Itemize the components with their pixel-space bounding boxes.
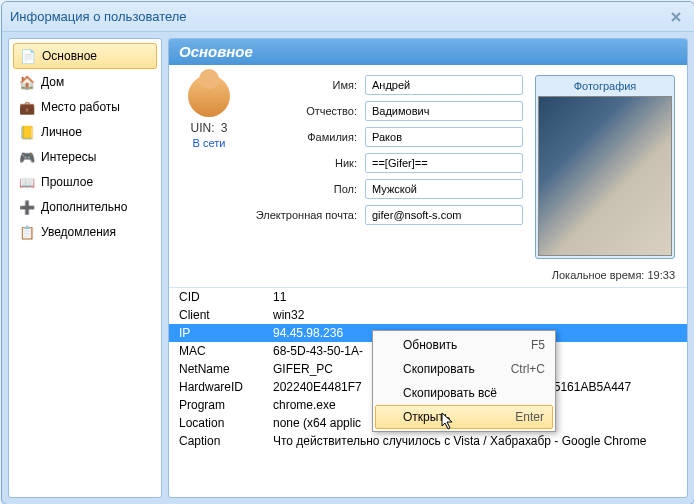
fields-column: Имя: Отчество: Фамилия: Ник: Пол: Электр… <box>249 75 523 259</box>
sidebar-item-work[interactable]: 💼Место работы <box>13 95 157 119</box>
context-menu-copy-all[interactable]: Скопировать всё <box>375 381 553 405</box>
sidebar-item-label: Дом <box>41 75 64 89</box>
close-icon <box>670 11 682 23</box>
sidebar-item-notifications[interactable]: 📋Уведомления <box>13 220 157 244</box>
sidebar-item-home[interactable]: 🏠Дом <box>13 70 157 94</box>
context-menu-open[interactable]: ОткрытьEnter <box>375 405 553 429</box>
sidebar-item-label: Интересы <box>41 150 96 164</box>
window: Информация о пользователе 📄Основное 🏠Дом… <box>1 1 694 504</box>
sidebar: 📄Основное 🏠Дом 💼Место работы 📒Личное 🎮Ин… <box>8 38 162 498</box>
book-icon: 📖 <box>19 174 35 190</box>
home-icon: 🏠 <box>19 74 35 90</box>
photo-image <box>538 96 672 256</box>
photo-title: Фотография <box>538 78 672 96</box>
patronymic-label: Отчество: <box>249 105 365 117</box>
gender-label: Пол: <box>249 183 365 195</box>
nick-field[interactable] <box>365 153 523 173</box>
name-field[interactable] <box>365 75 523 95</box>
notebook-icon: 📒 <box>19 124 35 140</box>
sidebar-item-label: Прошлое <box>41 175 93 189</box>
table-row: CID11 <box>169 288 687 306</box>
surname-field[interactable] <box>365 127 523 147</box>
sidebar-item-main[interactable]: 📄Основное <box>13 43 157 69</box>
titlebar: Информация о пользователе <box>2 2 694 32</box>
context-menu-refresh[interactable]: ОбновитьF5 <box>375 333 553 357</box>
sidebar-item-label: Место работы <box>41 100 120 114</box>
briefcase-icon: 💼 <box>19 99 35 115</box>
info-area: UIN: 3 В сети Имя: Отчество: Фамилия: Ни… <box>169 65 687 265</box>
plus-icon: ➕ <box>19 199 35 215</box>
sidebar-item-label: Основное <box>42 49 97 63</box>
sidebar-item-personal[interactable]: 📒Личное <box>13 120 157 144</box>
patronymic-field[interactable] <box>365 101 523 121</box>
sidebar-item-label: Уведомления <box>41 225 116 239</box>
name-label: Имя: <box>249 79 365 91</box>
context-menu-copy[interactable]: СкопироватьCtrl+C <box>375 357 553 381</box>
window-title: Информация о пользователе <box>10 9 666 24</box>
status-text: В сети <box>181 137 237 149</box>
clipboard-icon: 📋 <box>19 224 35 240</box>
main-header: Основное <box>169 39 687 65</box>
table-row: CaptionЧто действительно случилось с Vis… <box>169 432 687 450</box>
page-icon: 📄 <box>20 48 36 64</box>
sidebar-item-additional[interactable]: ➕Дополнительно <box>13 195 157 219</box>
photo-frame: Фотография <box>535 75 675 259</box>
sidebar-item-label: Личное <box>41 125 82 139</box>
sidebar-item-interests[interactable]: 🎮Интересы <box>13 145 157 169</box>
email-label: Электронная почта: <box>249 209 365 221</box>
uin-label: UIN: 3 <box>181 121 237 135</box>
close-button[interactable] <box>666 7 686 27</box>
sidebar-item-past[interactable]: 📖Прошлое <box>13 170 157 194</box>
avatar-icon <box>188 75 230 117</box>
gender-field[interactable] <box>365 179 523 199</box>
body: 📄Основное 🏠Дом 💼Место работы 📒Личное 🎮Ин… <box>2 32 694 504</box>
local-time: Локальное время: 19:33 <box>169 265 687 287</box>
nick-label: Ник: <box>249 157 365 169</box>
context-menu: ОбновитьF5 СкопироватьCtrl+C Скопировать… <box>372 330 556 432</box>
avatar-column: UIN: 3 В сети <box>181 75 237 259</box>
game-icon: 🎮 <box>19 149 35 165</box>
email-field[interactable] <box>365 205 523 225</box>
photo-column: Фотография <box>535 75 675 259</box>
sidebar-item-label: Дополнительно <box>41 200 127 214</box>
surname-label: Фамилия: <box>249 131 365 143</box>
table-row: Clientwin32 <box>169 306 687 324</box>
